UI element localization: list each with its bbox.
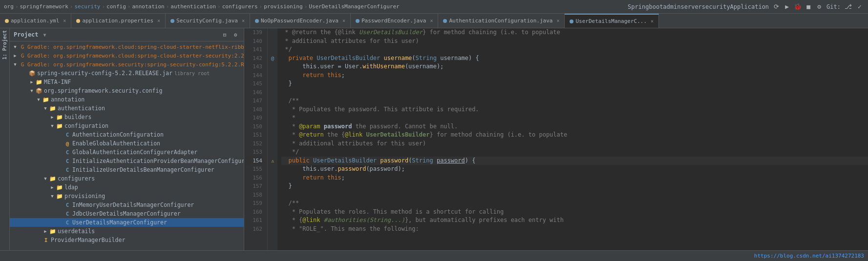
line-num-141: 141 <box>244 45 264 54</box>
tree-item-gradle-spring-security[interactable]: ▼ G Gradle: org.springframework.security… <box>10 60 244 69</box>
tree-item-builders[interactable]: ▶ 📁 builders <box>10 113 244 121</box>
breadcrumb-provisioning[interactable]: provisioning <box>264 3 302 10</box>
tree-item-configurers-folder[interactable]: ▼ 📁 configurers <box>10 174 244 183</box>
tree-item-gradle-ribbon[interactable]: ▼ G Gradle: org.springframework.cloud:sp… <box>10 42 244 51</box>
gutter-161 <box>268 216 277 225</box>
tab-security-config[interactable]: SecurityConfig.java × <box>166 14 250 28</box>
tree-item-provider-manager-builder[interactable]: I ProviderManagerBuilder <box>10 236 244 244</box>
code-line-152: * additional attributes for this user) <box>281 140 868 148</box>
tab-close-authconfig[interactable]: × <box>556 18 559 23</box>
gutter-147 <box>268 97 277 105</box>
gutter-145 <box>268 80 277 88</box>
tab-close-noop[interactable]: × <box>342 18 345 23</box>
line-num-145: 145 <box>244 80 264 88</box>
udm-class-icon: C <box>64 220 71 226</box>
settings-sidebar-icon[interactable]: ⚙ <box>231 30 240 39</box>
tree-item-configuration-folder[interactable]: ▼ 📁 configuration <box>10 121 244 130</box>
library-root-label: library root <box>174 71 210 76</box>
run-icon[interactable]: ▶ <box>783 2 791 11</box>
jdbc-label: JdbcUserDetailsManagerConfigurer <box>72 210 181 217</box>
project-panel-icon[interactable]: 1: Project <box>2 30 7 60</box>
checkmark-icon[interactable]: ✓ <box>855 2 864 11</box>
init-user-details-label: InitializeUserDetailsBeanManagerConfigur… <box>72 166 214 173</box>
code-line-155: this.user.password(password); <box>281 165 868 174</box>
tab-passwordencoder[interactable]: PasswordEncoder.java × <box>351 14 438 28</box>
arrow-authentication: ▼ <box>42 106 49 111</box>
provider-manager-builder-icon: I <box>42 237 50 243</box>
tree-item-ldap[interactable]: ▶ 📁 ldap <box>10 183 244 192</box>
tree-item-gradle-security[interactable]: ▶ G Gradle: org.springframework.cloud:sp… <box>10 51 244 60</box>
collapse-all-icon[interactable]: ⊟ <box>220 30 229 39</box>
tree-item-udm-class[interactable]: C UserDetailsManagerConfigurer <box>10 218 244 227</box>
tree-item-init-user-details[interactable]: C InitializeUserDetailsBeanManagerConfig… <box>10 165 244 174</box>
tree-item-enable-global[interactable]: @ EnableGlobalAuthentication <box>10 139 244 148</box>
tree-item-userdetails-folder[interactable]: ▶ 📁 userdetails <box>10 227 244 236</box>
breadcrumb-springframework[interactable]: springframework <box>20 3 68 10</box>
left-panel-strip: 1: Project <box>0 28 10 250</box>
breadcrumb-org[interactable]: org <box>4 3 14 10</box>
gutter-141 <box>268 45 277 54</box>
breadcrumb-annotation[interactable]: annotation <box>132 3 164 10</box>
tab-close-pe[interactable]: × <box>430 18 433 23</box>
debug-icon[interactable]: 🐞 <box>793 2 802 11</box>
tree-item-global-adapter[interactable]: C GlobalAuthenticationConfigurerAdapter <box>10 148 244 157</box>
tab-application-yml[interactable]: application.yml × <box>0 14 71 28</box>
git-icon[interactable]: ⎇ <box>844 2 852 11</box>
tree-item-annotation[interactable]: ▼ 📁 annotation <box>10 95 244 104</box>
tab-label-pe: PasswordEncoder.java <box>361 18 426 24</box>
settings-icon[interactable]: ⚙ <box>815 2 824 11</box>
status-link[interactable]: https://blog.csdn.net/ai1374272183 <box>754 253 864 259</box>
tree-item-jar[interactable]: 📦 spring-security-config-5.2.2.RELEASE.j… <box>10 69 244 78</box>
tree-item-inmemory[interactable]: C InMemoryUserDetailsManagerConfigurer <box>10 201 244 209</box>
tab-authconfig[interactable]: AuthenticationConfiguration.java × <box>438 14 565 28</box>
init-user-details-icon: C <box>64 167 71 173</box>
sidebar-dropdown-icon[interactable]: ▼ <box>43 32 46 38</box>
breadcrumb-configurers[interactable]: configurers <box>222 3 258 10</box>
tree-item-provisioning-folder[interactable]: ▼ 📁 provisioning <box>10 192 244 201</box>
configurers-folder-icon: 📁 <box>49 176 57 182</box>
tab-icon-properties <box>76 19 80 23</box>
code-line-145: } <box>281 80 868 88</box>
tab-close-security[interactable]: × <box>242 18 245 23</box>
tab-nooppasswordencoder[interactable]: NoOpPasswordEncoder.java × <box>250 14 351 28</box>
breadcrumb-config[interactable]: config <box>106 3 126 10</box>
tab-userdetails-manager[interactable]: UserDetailsManagerC... × <box>565 14 659 28</box>
configuration-folder-label: configuration <box>64 122 108 129</box>
arrow-annotation: ▼ <box>35 97 42 102</box>
tree-item-package[interactable]: ▼ 📦 org.springframework.security.config <box>10 86 244 95</box>
tab-close-properties[interactable]: × <box>157 18 160 23</box>
meta-inf-icon: 📁 <box>35 79 43 85</box>
tree-item-authentication[interactable]: ▼ 📁 authentication <box>10 104 244 113</box>
provisioning-folder-icon: 📁 <box>56 193 64 200</box>
tab-label-noop: NoOpPasswordEncoder.java <box>261 18 339 24</box>
refresh-icon[interactable]: ⟳ <box>772 2 781 11</box>
code-content[interactable]: * @return the {@link UserDetailsBuilder}… <box>277 28 868 250</box>
tree-item-jdbc[interactable]: C JdbcUserDetailsManagerConfigurer <box>10 209 244 218</box>
code-line-160: * Populates the roles. This method is a … <box>281 208 868 217</box>
arrow-configurers-folder: ▼ <box>42 176 49 181</box>
gutter-142: @ <box>268 54 277 63</box>
line-num-162: 162 <box>244 225 264 234</box>
line-num-144: 144 <box>244 71 264 80</box>
breadcrumb-security[interactable]: security <box>74 3 100 10</box>
breadcrumb-authentication[interactable]: authentication <box>170 3 216 10</box>
line-num-161: 161 <box>244 216 264 225</box>
tree-item-auth-config-class[interactable]: C AuthenticationConfiguration <box>10 130 244 139</box>
sidebar-tree: ▼ G Gradle: org.springframework.cloud:sp… <box>10 41 244 250</box>
tab-close-udm[interactable]: × <box>651 19 654 24</box>
gutter: @ ⚠ <box>268 28 277 250</box>
tree-item-init-auth-provider[interactable]: C InitializeAuthenticationProviderBeanMa… <box>10 157 244 165</box>
tab-icon-security <box>170 19 174 23</box>
line-num-152: 152 <box>244 140 264 148</box>
tab-label-security: SecurityConfig.java <box>176 18 238 24</box>
breadcrumb-class[interactable]: UserDetailsManagerConfigurer <box>309 3 399 10</box>
gutter-153 <box>268 148 277 157</box>
tab-close-yml[interactable]: × <box>63 18 66 23</box>
stop-icon[interactable]: ■ <box>804 2 813 11</box>
top-bar-right: SpringbootadminserversecurityApplication… <box>628 2 864 11</box>
gutter-150 <box>268 122 277 131</box>
tab-label-authconfig: AuthenticationConfiguration.java <box>449 18 552 24</box>
editor-content: 139 140 141 142 143 144 145 146 147 148 … <box>244 28 868 250</box>
tab-application-properties[interactable]: application.properties × <box>71 14 166 28</box>
tree-item-meta-inf[interactable]: ▶ 📁 META-INF <box>10 78 244 86</box>
